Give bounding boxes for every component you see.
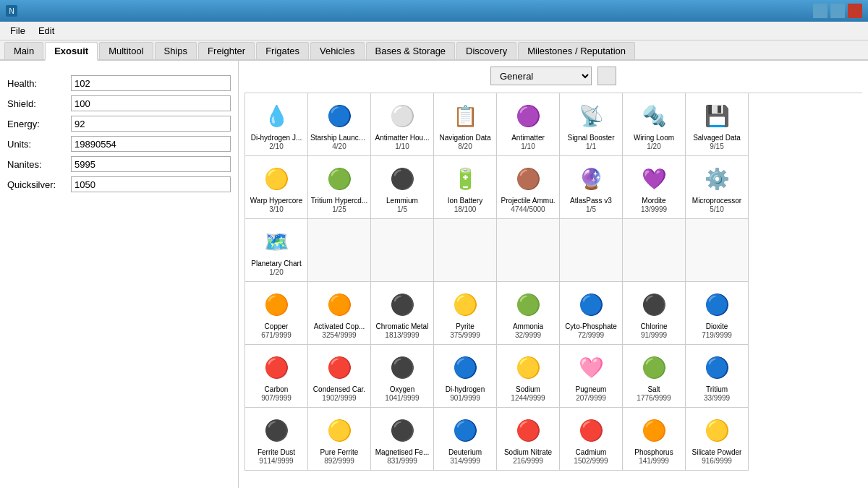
inventory-cell[interactable]: 🟢Salt1776/9999 <box>623 345 686 408</box>
tab-main[interactable]: Main <box>4 42 43 59</box>
inventory-cell[interactable]: ⚫Chromatic Metal1813/9999 <box>371 282 434 345</box>
tab-exosuit[interactable]: Exosuit <box>45 42 98 61</box>
inventory-cell[interactable]: 🟤Projectile Ammu.4744/5000 <box>497 156 560 219</box>
inventory-cell[interactable]: 🔴Sodium Nitrate216/9999 <box>497 408 560 471</box>
tab-vehicles[interactable]: Vehicles <box>310 42 364 59</box>
item-count: 4/20 <box>332 142 346 150</box>
inventory-cell[interactable]: 📡Signal Booster1/1 <box>560 93 623 156</box>
item-count: 892/9999 <box>324 457 354 465</box>
inventory-cell[interactable]: 🔴Cadmium1502/9999 <box>560 408 623 471</box>
inventory-cell[interactable]: 💧Di-hydrogen J...2/10 <box>245 93 308 156</box>
inventory-cell[interactable]: ⚫Ferrite Dust9114/9999 <box>245 408 308 471</box>
tab-discovery[interactable]: Discovery <box>456 42 516 59</box>
inventory-cell[interactable]: ⚫Magnetised Fe...831/9999 <box>371 408 434 471</box>
inventory-cell[interactable]: 🩷Pugneum207/9999 <box>560 345 623 408</box>
inventory-cell[interactable]: 🟣Antimatter1/10 <box>497 93 560 156</box>
inventory-cell[interactable]: 🟡Pyrite375/9999 <box>434 282 497 345</box>
item-name: Carbon <box>265 385 289 394</box>
inventory-cell <box>560 219 623 282</box>
menu-help[interactable] <box>852 30 864 33</box>
main-content: Health:Shield:Energy:Units:Nanites:Quick… <box>0 61 868 488</box>
menu-edit[interactable]: Edit <box>33 24 60 38</box>
inventory-cell[interactable]: 📋Navigation Data8/20 <box>434 93 497 156</box>
stat-input-health[interactable] <box>71 75 231 91</box>
inventory-cell[interactable]: 🔵Starship Launch...4/20 <box>308 93 371 156</box>
inventory-cell[interactable]: 🔋Ion Battery18/100 <box>434 156 497 219</box>
item-icon: ⚫ <box>637 288 671 322</box>
stat-input-energy[interactable] <box>71 116 231 132</box>
item-count: 901/9999 <box>450 394 480 402</box>
inventory-cell[interactable]: 🔴Condensed Car.1902/9999 <box>308 345 371 408</box>
inventory-cell[interactable]: 🟢Ammonia32/9999 <box>497 282 560 345</box>
tab-milestones[interactable]: Milestones / Reputation <box>518 42 635 59</box>
resize-inventory-button[interactable] <box>597 67 616 85</box>
item-name: Copper <box>265 322 289 331</box>
inventory-cell <box>623 219 686 282</box>
inventory-cell[interactable]: 🟠Activated Cop...3254/9999 <box>308 282 371 345</box>
maximize-button[interactable] <box>830 4 845 18</box>
tab-ships[interactable]: Ships <box>155 42 197 59</box>
inventory-cell[interactable]: 💜Mordite13/9999 <box>623 156 686 219</box>
inventory-cell[interactable]: 🟢Tritium Hypercd...1/25 <box>308 156 371 219</box>
inventory-cell[interactable]: ⚫Oxygen1041/9999 <box>371 345 434 408</box>
tab-bases-storage[interactable]: Bases & Storage <box>366 42 456 59</box>
item-icon: 🔮 <box>574 162 608 197</box>
item-icon: 🔵 <box>322 99 357 134</box>
stat-input-quicksilver[interactable] <box>71 176 231 192</box>
inventory-cell[interactable]: 🟡Sodium1244/9999 <box>497 345 560 408</box>
inventory-cell[interactable]: 💾Salvaged Data9/15 <box>686 93 749 156</box>
inventory-cell[interactable]: 🗺️Planetary Chart1/20 <box>245 219 308 282</box>
tab-frigates[interactable]: Frigates <box>256 42 309 59</box>
item-icon: 🟡 <box>511 351 545 385</box>
inventory-cell[interactable]: 🔵Di-hydrogen901/9999 <box>434 345 497 408</box>
inventory-cell[interactable]: 🟡Warp Hypercore3/10 <box>245 156 308 219</box>
inventory-cell[interactable]: ⚫Chlorine91/9999 <box>623 282 686 345</box>
inventory-cell[interactable]: 🟡Pure Ferrite892/9999 <box>308 408 371 471</box>
inventory-cell[interactable]: 🔩Wiring Loom1/20 <box>623 93 686 156</box>
stat-input-nanites[interactable] <box>71 156 231 172</box>
inventory-cell[interactable]: 🔴Carbon907/9999 <box>245 345 308 408</box>
item-icon: 🟡 <box>448 288 482 322</box>
inventory-cell[interactable]: ⚙️Microprocessor5/10 <box>686 156 749 219</box>
close-button[interactable] <box>848 4 862 18</box>
menu-file[interactable]: File <box>4 24 31 38</box>
item-name: Chlorine <box>640 322 667 331</box>
inventory-cell[interactable]: 🔵Deuterium314/9999 <box>434 408 497 471</box>
item-icon: 🗺️ <box>259 225 294 260</box>
inventory-type-select[interactable]: General Cargo Technology <box>490 67 592 85</box>
inventory-cell[interactable]: ⚪Antimatter Hou...1/10 <box>371 93 434 156</box>
item-count: 1813/9999 <box>385 331 419 339</box>
stat-input-units[interactable] <box>71 136 231 152</box>
item-icon: 💜 <box>637 162 671 197</box>
item-icon: 🔴 <box>259 351 294 385</box>
item-icon: 🟢 <box>322 162 357 197</box>
item-name: Salvaged Data <box>693 134 741 142</box>
inventory-controls: General Cargo Technology <box>244 67 862 85</box>
stat-input-shield[interactable] <box>71 95 231 111</box>
inventory-cell[interactable]: 🟠Copper671/9999 <box>245 282 308 345</box>
tab-freighter[interactable]: Freighter <box>198 42 255 59</box>
item-icon: 🔵 <box>699 351 734 385</box>
tab-multitool[interactable]: Multitool <box>99 42 153 59</box>
item-name: Starship Launch... <box>310 134 368 142</box>
item-name: Salt <box>647 385 660 394</box>
item-name: Planetary Chart <box>251 260 301 268</box>
item-icon: 🔩 <box>637 99 671 134</box>
item-name: Oxygen <box>390 385 414 394</box>
item-icon: 💧 <box>259 99 294 134</box>
item-name: Phosphorus <box>634 448 673 457</box>
inventory-cell[interactable]: 🟠Phosphorus141/9999 <box>623 408 686 471</box>
inventory-cell[interactable]: ⚫Lemmium1/5 <box>371 156 434 219</box>
inventory-cell[interactable]: 🔵Dioxite719/9999 <box>686 282 749 345</box>
item-name: Sodium <box>516 385 540 394</box>
minimize-button[interactable] <box>813 4 827 18</box>
item-count: 314/9999 <box>450 457 480 465</box>
inventory-cell[interactable]: 🟡Silicate Powder916/9999 <box>686 408 749 471</box>
stat-row: Quicksilver: <box>7 176 231 192</box>
inventory-cell[interactable]: 🔵Tritium33/9999 <box>686 345 749 408</box>
inventory-cell[interactable]: 🔮AtlasPass v31/5 <box>560 156 623 219</box>
inventory-cell[interactable]: 🔵Cyto-Phosphate72/9999 <box>560 282 623 345</box>
inventory-cell <box>434 219 497 282</box>
item-icon: 🔵 <box>574 288 608 322</box>
stat-row: Health: <box>7 75 231 91</box>
